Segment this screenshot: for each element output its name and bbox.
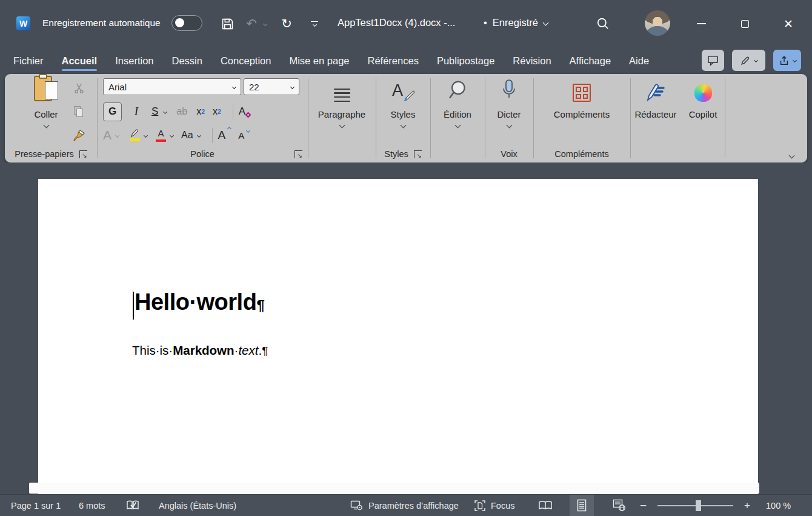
shrink-font-button[interactable]: A [238,130,244,141]
font-name-select[interactable]: Arial [103,78,241,95]
text-cursor [133,292,134,320]
document-heading: Hello·world¶ [135,289,264,315]
paste-button[interactable]: Coller [21,78,72,150]
copy-button[interactable] [69,102,88,121]
autosave-toggle[interactable] [171,15,202,31]
print-layout-icon [577,499,587,512]
zoom-out-button[interactable]: − [640,495,647,516]
chevron-down-icon [543,20,549,26]
chevron-down-icon[interactable] [144,133,148,137]
highlight-color-button[interactable] [129,129,140,141]
bold-button[interactable]: G [103,102,122,121]
undo-button[interactable]: ↶ [241,13,262,34]
clipboard-group-label: Presse-papiers [15,149,74,159]
editing-button[interactable]: Édition [430,78,485,150]
read-mode-icon [538,500,553,511]
web-layout-button[interactable] [607,495,631,516]
highlighter-icon [129,129,140,138]
collapse-ribbon-chevron[interactable] [789,153,795,159]
share-button[interactable] [773,50,801,71]
tabrow-actions [702,50,801,71]
tab-accueil[interactable]: Accueil [61,47,99,74]
editing-label: Édition [444,109,471,119]
font-dialog-launcher[interactable]: ↘ [295,150,302,158]
save-status[interactable]: • Enregistré [484,17,548,28]
tab-publipostage[interactable]: Publipostage [436,47,496,74]
document-area: Hello·world¶ This·is·Markdown·text.¶ [0,163,812,494]
dictate-button[interactable]: Dicter [485,78,533,150]
undo-dropdown[interactable] [261,13,269,34]
tab-insertion[interactable]: Insertion [114,47,155,74]
ribbon: Coller Presse-papiers ↘ Arial [5,74,807,163]
font-color-button[interactable]: A [156,129,166,142]
styles-dialog-launcher[interactable]: ↘ [414,150,422,158]
save-icon [221,18,234,30]
language-indicator[interactable]: Anglais (États-Unis) [159,495,236,516]
chevron-down-icon[interactable] [197,133,201,137]
document-page[interactable]: Hello·world¶ This·is·Markdown·text.¶ [38,179,758,494]
chevron-down-icon [312,22,316,27]
comment-icon [707,55,719,66]
display-settings-button[interactable]: Paramètres d’affichage [350,495,459,516]
chevron-down-icon [506,122,512,129]
tab-dessin[interactable]: Dessin [171,47,204,74]
addins-button[interactable]: Compléments [533,78,630,150]
clear-formatting-button[interactable]: A [239,106,245,118]
scissors-icon [73,82,85,94]
chevron-down-icon[interactable] [115,133,119,137]
paragraph-button[interactable]: Paragraphe [308,78,376,150]
format-painter-button[interactable] [69,126,88,144]
tab-affichage[interactable]: Affichage [568,47,613,74]
text-effects-button[interactable]: A [103,128,111,142]
change-case-button[interactable]: Aa [181,130,193,141]
tab-references[interactable]: Références [367,47,420,74]
zoom-slider-thumb[interactable] [696,500,701,511]
clipboard-dialog-launcher[interactable]: ↘ [79,150,87,158]
font-size-value: 22 [249,82,259,92]
focus-button[interactable]: Focus [474,495,515,516]
read-mode-button[interactable] [533,495,557,516]
document-title[interactable]: AppTest1Docx (4).docx -... [338,17,455,28]
subscript-button[interactable]: x2 [196,106,205,117]
editor-button[interactable]: Rédacteur [630,78,681,150]
copilot-button[interactable]: Copilot [681,78,725,150]
tab-mise-en-page[interactable]: Mise en page [288,47,350,74]
draw-pen-button[interactable] [732,50,765,71]
close-button[interactable]: ✕ [774,12,802,35]
font-size-select[interactable]: 22 [244,78,299,95]
quick-access-toolbar-button[interactable] [304,13,325,34]
proofing-button[interactable] [126,495,139,516]
styles-button[interactable]: A Styles [376,78,430,150]
grow-font-button[interactable]: A [218,129,226,142]
minimize-button[interactable] [687,12,715,35]
zoom-level[interactable]: 100 % [766,495,791,516]
horizontal-scrollbar-thumb[interactable] [29,483,759,494]
tab-aide[interactable]: Aide [628,47,650,74]
underline-button[interactable]: S [151,106,158,118]
page-indicator[interactable]: Page 1 sur 1 [11,495,61,516]
redo-button[interactable]: ↻ [276,13,297,34]
paste-label: Coller [34,109,58,119]
comments-button[interactable] [702,50,724,71]
italic-button[interactable]: I [130,105,143,118]
maximize-button[interactable] [731,12,759,35]
tab-revision[interactable]: Révision [511,47,552,74]
pilcrow-mark: ¶ [256,297,264,313]
superscript-button[interactable]: x2 [213,106,221,117]
chevron-down-icon[interactable] [163,109,167,113]
clipboard-mini-buttons [68,79,90,144]
zoom-in-button[interactable]: + [744,495,750,516]
strikethrough-button[interactable]: ab [176,106,187,117]
tab-conception[interactable]: Conception [219,47,272,74]
save-button[interactable] [217,13,238,34]
chevron-down-icon[interactable] [170,133,174,137]
word-count[interactable]: 6 mots [79,495,105,516]
word-window: W Enregistrement automatique ↶ ↻ AppTest… [0,0,812,516]
word-app-icon[interactable]: W [16,16,30,30]
user-avatar[interactable] [645,10,670,36]
chevron-down-icon [454,122,461,129]
search-button[interactable] [593,13,613,34]
print-layout-button[interactable] [570,495,594,516]
cut-button[interactable] [69,79,88,97]
tab-fichier[interactable]: Fichier [12,47,45,74]
